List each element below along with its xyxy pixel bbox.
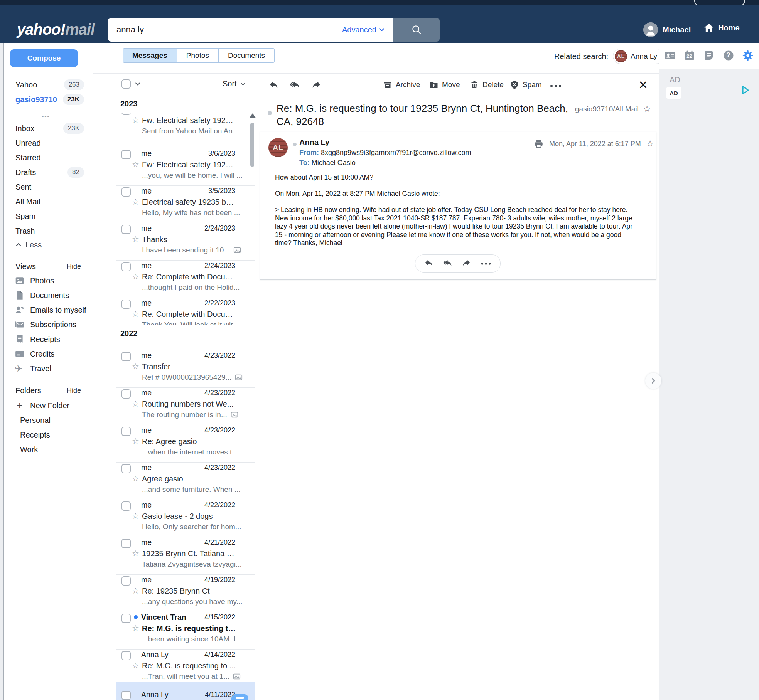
star-icon[interactable]: ☆ <box>132 549 139 558</box>
star-icon[interactable]: ☆ <box>132 362 139 371</box>
star-icon[interactable]: ☆ <box>132 437 139 446</box>
star-icon[interactable]: ☆ <box>646 139 654 149</box>
sidebar-folder-receipts[interactable]: Receipts <box>5 428 88 441</box>
select-all-control[interactable] <box>121 79 141 89</box>
home-button[interactable]: Home <box>703 22 740 33</box>
reply-icon[interactable] <box>268 80 279 91</box>
tab-documents[interactable]: Documents <box>219 48 275 63</box>
advanced-search-button[interactable]: Advanced <box>342 25 385 34</box>
sidebar-item-starred[interactable]: Starred <box>5 151 88 164</box>
printer-icon[interactable] <box>534 139 544 149</box>
reply-all-icon[interactable] <box>289 80 301 91</box>
tab-messages[interactable]: Messages <box>123 48 177 63</box>
profile-menu[interactable]: Michael <box>643 22 691 37</box>
list-item[interactable]: me 4/19/2022 ☆ Re: 19235 Brynn Ct ...any… <box>116 575 255 613</box>
item-checkbox[interactable] <box>121 300 131 309</box>
sidebar-folder-work[interactable]: Work <box>5 443 88 456</box>
move-button[interactable]: Move <box>429 80 460 89</box>
views-hide-button[interactable]: Hide <box>67 262 81 271</box>
sidebar-item-receipts[interactable]: Receipts <box>5 333 88 345</box>
forward-icon[interactable] <box>311 80 322 91</box>
star-icon[interactable]: ☆ <box>132 116 139 125</box>
sidebar-less-toggle[interactable]: Less <box>5 238 88 251</box>
search-input[interactable]: anna ly Advanced <box>108 18 393 42</box>
notepad-icon[interactable] <box>703 50 715 61</box>
close-message-button[interactable]: ✕ <box>638 78 648 92</box>
star-icon[interactable]: ☆ <box>132 197 139 207</box>
star-icon[interactable]: ☆ <box>132 310 139 319</box>
forward-icon[interactable] <box>461 259 471 269</box>
sidebar-folder-personal[interactable]: Personal <box>5 414 88 427</box>
tab-photos[interactable]: Photos <box>177 48 219 63</box>
sidebar-item-spam[interactable]: Spam <box>5 210 88 223</box>
list-item[interactable]: me 4/23/2022 ☆ Transfer Ref # 0W00002139… <box>116 351 255 389</box>
help-icon[interactable]: ? <box>723 50 734 61</box>
list-item[interactable]: Anna Ly 4/14/2022 ☆ Re: M.G. is requesti… <box>116 650 255 688</box>
sidebar-item-documents[interactable]: Documents <box>5 289 88 301</box>
sidebar-item-emails-to-myself[interactable]: Emails to myself <box>5 304 88 316</box>
sidebar-item-photos[interactable]: Photos <box>5 274 88 287</box>
sort-dropdown[interactable]: Sort <box>223 79 246 88</box>
sidebar-item-subscriptions[interactable]: Subscriptions <box>5 318 88 331</box>
more-actions-icon[interactable] <box>480 261 492 266</box>
gear-icon[interactable] <box>742 50 754 61</box>
spam-button[interactable]: Spam <box>510 80 542 89</box>
yahoo-mail-logo[interactable]: yahoo!mail <box>17 21 94 38</box>
sender-avatar[interactable]: AL <box>268 138 288 157</box>
item-checkbox[interactable] <box>121 691 131 700</box>
star-icon[interactable]: ☆ <box>132 272 139 281</box>
new-folder-button[interactable]: + New Folder <box>5 399 88 412</box>
item-checkbox[interactable] <box>121 576 131 586</box>
from-address[interactable]: 8xgg8np9ws9i3fgamrxm7f91r@convo.zillow.c… <box>321 149 471 156</box>
sidebar-item-inbox[interactable]: Inbox23K <box>5 122 88 135</box>
sidebar-item-all-mail[interactable]: All Mail <box>5 195 88 208</box>
star-icon[interactable]: ☆ <box>132 474 139 483</box>
item-checkbox[interactable] <box>121 225 131 234</box>
sidebar-account-yahoo[interactable]: Yahoo 263 <box>5 78 88 91</box>
folders-hide-button[interactable]: Hide <box>67 387 81 395</box>
related-search-chip[interactable]: AL Anna Ly <box>613 49 664 64</box>
sidebar-item-unread[interactable]: Unread <box>5 136 88 150</box>
contacts-icon[interactable] <box>664 50 676 61</box>
list-item[interactable]: me 2/24/2023 ☆ Re: Complete with DocuSig… <box>116 261 255 299</box>
sender-name[interactable]: Anna Ly <box>299 138 329 147</box>
item-checkbox[interactable] <box>121 501 131 511</box>
item-checkbox[interactable] <box>121 150 131 159</box>
item-checkbox[interactable] <box>121 262 131 271</box>
item-checkbox[interactable] <box>121 651 131 660</box>
ad-choices-icon[interactable] <box>740 85 751 96</box>
star-icon[interactable]: ☆ <box>132 661 139 670</box>
collapse-pane-button[interactable] <box>645 373 661 389</box>
sidebar-item-drafts[interactable]: Drafts82 <box>5 166 88 179</box>
calendar-icon[interactable]: 22 <box>684 50 695 61</box>
search-button[interactable] <box>393 18 440 42</box>
compose-button[interactable]: Compose <box>10 49 78 67</box>
list-item[interactable]: me 2/24/2023 ☆ Thanks I have been sendin… <box>116 224 255 261</box>
more-actions-button[interactable] <box>549 83 562 90</box>
sidebar-expander[interactable]: ••• <box>10 113 82 119</box>
item-checkbox[interactable] <box>121 389 131 399</box>
archive-button[interactable]: Archive <box>383 80 420 89</box>
item-checkbox[interactable] <box>121 352 131 361</box>
star-icon[interactable]: ☆ <box>643 104 651 114</box>
list-item[interactable]: me 4/21/2022 ☆ 19235 Brynn Ct. Tatiana Z… <box>116 538 255 575</box>
sidebar-item-credits[interactable]: Credits <box>5 348 88 360</box>
item-checkbox[interactable] <box>121 427 131 436</box>
sidebar-item-travel[interactable]: ✈ Travel <box>5 362 88 375</box>
list-item[interactable]: me 4/23/2022 ☆ Routing numbers not We...… <box>116 389 255 426</box>
list-item[interactable]: me 4/23/2022 ☆ Re: Agree gasio ...when t… <box>116 426 255 463</box>
star-icon[interactable]: ☆ <box>132 586 139 596</box>
list-item[interactable]: me 4/22/2022 ☆ Gasio lease - 2 dogs Hell… <box>116 501 255 538</box>
item-checkbox[interactable] <box>121 464 131 473</box>
list-floating-button[interactable] <box>231 694 248 700</box>
reply-icon[interactable] <box>424 259 434 269</box>
reply-all-icon[interactable] <box>443 259 453 269</box>
star-icon[interactable]: ☆ <box>132 399 139 409</box>
star-icon[interactable]: ☆ <box>132 160 139 169</box>
sidebar-account-gasio93710[interactable]: gasio93710 23K <box>5 93 88 106</box>
select-all-checkbox[interactable] <box>121 79 131 89</box>
sidebar-item-trash[interactable]: Trash <box>5 224 88 237</box>
to-recipient[interactable]: Michael Gasio <box>312 159 356 167</box>
item-checkbox[interactable] <box>121 187 131 197</box>
item-checkbox[interactable] <box>121 539 131 548</box>
